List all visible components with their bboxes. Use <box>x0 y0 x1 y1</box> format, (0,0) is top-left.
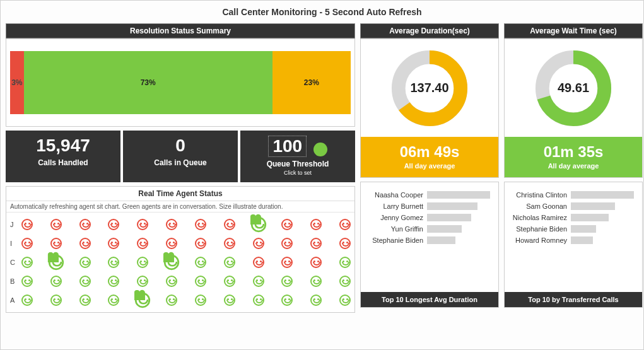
threshold-row: 100 <box>243 136 353 157</box>
agent-face-icon[interactable] <box>224 276 235 287</box>
agent-face-icon[interactable] <box>166 238 177 249</box>
agent-face-icon[interactable] <box>339 257 351 268</box>
agent-face-icon[interactable] <box>281 257 293 268</box>
agent-headset-icon[interactable] <box>250 217 266 232</box>
list-item-bar <box>427 225 462 233</box>
agent-face-icon[interactable] <box>310 219 322 230</box>
list-item-bar <box>427 214 471 221</box>
agent-face-icon[interactable] <box>108 238 119 249</box>
list-item-bar <box>427 236 455 244</box>
agent-row-label: B <box>10 277 21 285</box>
wait-header: Average Wait Time (sec) <box>504 23 643 38</box>
agent-face-icon[interactable] <box>166 219 177 230</box>
agent-face-icon[interactable] <box>21 295 33 306</box>
agent-face-icon[interactable] <box>21 238 33 249</box>
agent-face-icon[interactable] <box>166 295 177 306</box>
agent-face-icon[interactable] <box>224 295 235 306</box>
agent-face-icon[interactable] <box>79 219 91 230</box>
left-column: Resolution Status Summary 3%73%23% 15,94… <box>6 23 355 313</box>
page-title: Call Center Monitoring - 5 Second Auto R… <box>1 1 643 23</box>
list-item: Christina Clinton <box>511 191 636 199</box>
agent-face-icon[interactable] <box>166 276 177 287</box>
agent-face-icon[interactable] <box>79 295 91 306</box>
agent-face-icon[interactable] <box>21 257 33 268</box>
agent-face-icon[interactable] <box>195 238 206 249</box>
list-item: Jenny Gomez <box>367 214 492 221</box>
agent-face-icon[interactable] <box>224 238 235 249</box>
agent-face-icon[interactable] <box>79 257 91 268</box>
list-item-name: Larry Burnett <box>367 202 427 210</box>
agent-face-icon[interactable] <box>253 295 264 306</box>
agent-face-icon[interactable] <box>108 276 119 287</box>
agent-subtitle: Automatically refreshing agent sit chart… <box>6 201 354 213</box>
duration-card: 137.40 06m 49s All day average <box>360 38 499 178</box>
calls-queue-value: 0 <box>126 136 235 156</box>
list-item-name: Yun Griffin <box>367 225 427 233</box>
agent-face-icon[interactable] <box>339 238 351 249</box>
agent-face-icon[interactable] <box>224 219 235 230</box>
agent-face-icon[interactable] <box>50 295 62 306</box>
agent-face-icon[interactable] <box>253 257 264 268</box>
calls-queue-label: Calls in Queue <box>126 158 235 167</box>
agent-face-icon[interactable] <box>108 257 119 268</box>
agent-face-icon[interactable] <box>137 276 148 287</box>
agent-face-icon[interactable] <box>195 219 206 230</box>
agent-headset-icon[interactable] <box>164 255 179 270</box>
wait-big: 01m 35s <box>505 143 642 161</box>
list-item: Sam Goonan <box>511 202 636 210</box>
dashboard: Call Center Monitoring - 5 Second Auto R… <box>0 0 644 350</box>
agent-face-icon[interactable] <box>195 257 206 268</box>
agent-face-icon[interactable] <box>281 295 293 306</box>
list-item: Nicholas Ramirez <box>511 214 636 221</box>
agent-face-icon[interactable] <box>195 276 206 287</box>
queue-threshold-metric[interactable]: 100 Queue Threshold Click to set <box>240 131 355 182</box>
top-transfer-card: Christina ClintonSam GoonanNicholas Rami… <box>504 182 643 308</box>
agent-face-icon[interactable] <box>281 238 293 249</box>
agent-face-icon[interactable] <box>108 219 119 230</box>
agent-face-icon[interactable] <box>137 257 148 268</box>
resolution-segment: 73% <box>24 51 272 114</box>
resolution-bar: 3%73%23% <box>6 38 355 127</box>
calls-handled-label: Calls Handled <box>8 158 118 167</box>
agent-face-icon[interactable] <box>50 219 62 230</box>
list-item-bar <box>571 202 615 210</box>
agent-face-icon[interactable] <box>310 257 322 268</box>
list-item-bar <box>571 236 593 244</box>
agent-face-icon[interactable] <box>310 276 322 287</box>
agent-face-icon[interactable] <box>281 276 293 287</box>
agent-face-icon[interactable] <box>339 295 351 306</box>
agent-row-label: I <box>10 240 21 247</box>
duration-value: 137.40 <box>410 81 448 95</box>
agent-face-icon[interactable] <box>21 219 33 230</box>
wait-small: All day average <box>505 162 642 170</box>
agent-face-icon[interactable] <box>79 276 91 287</box>
agent-row-label: C <box>10 259 21 266</box>
agent-face-icon[interactable] <box>224 257 235 268</box>
duration-footer: 06m 49s All day average <box>361 137 498 177</box>
agent-face-icon[interactable] <box>195 295 206 306</box>
top-duration-footer: Top 10 Longest Avg Duration <box>361 292 498 307</box>
agent-face-icon[interactable] <box>50 238 62 249</box>
list-item-bar <box>571 191 634 199</box>
agent-face-icon[interactable] <box>253 276 264 287</box>
agent-face-icon[interactable] <box>21 276 33 287</box>
agent-row: B <box>10 272 351 291</box>
wait-card: 49.61 01m 35s All day average <box>504 38 643 178</box>
agent-headset-icon[interactable] <box>135 293 150 308</box>
agent-face-icon[interactable] <box>137 219 148 230</box>
agent-face-icon[interactable] <box>310 238 322 249</box>
queue-threshold-value[interactable]: 100 <box>268 136 307 157</box>
agent-face-icon[interactable] <box>310 295 322 306</box>
agent-row-label: A <box>10 296 21 304</box>
agent-face-icon[interactable] <box>137 238 148 249</box>
duration-header: Average Duration(sec) <box>360 23 499 38</box>
agent-face-icon[interactable] <box>281 219 293 230</box>
agent-face-icon[interactable] <box>50 276 62 287</box>
agent-headset-icon[interactable] <box>49 255 64 270</box>
agent-face-icon[interactable] <box>108 295 119 306</box>
agent-face-icon[interactable] <box>253 238 264 249</box>
agent-face-icon[interactable] <box>339 276 351 287</box>
agent-face-icon[interactable] <box>79 238 91 249</box>
agent-face-icon[interactable] <box>339 219 351 230</box>
agent-panel: Real Time Agent Status Automatically ref… <box>6 186 355 313</box>
